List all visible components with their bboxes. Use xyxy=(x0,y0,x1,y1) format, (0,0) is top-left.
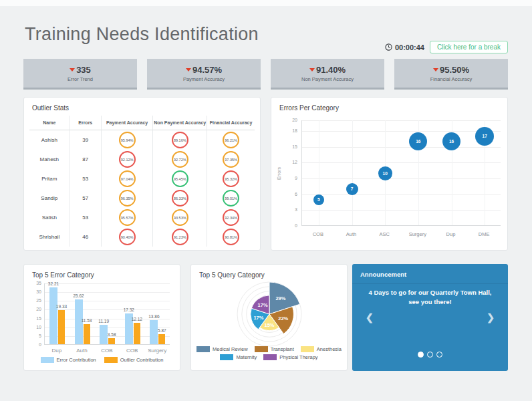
accuracy-ring-warn: 97.35% xyxy=(223,151,239,168)
cell-payment-accuracy: 97.04% xyxy=(102,169,154,188)
cell-payment-accuracy: 92.12% xyxy=(102,150,154,169)
carousel-prev-icon[interactable]: ❮ xyxy=(366,312,374,323)
bar-value-label: 13.86 xyxy=(142,314,166,319)
legend-item: Physical Therapy xyxy=(263,354,317,360)
table-row: Pritam5397.04%95.45%95.32% xyxy=(29,169,255,188)
kpi-label: Non Payment Accuracy xyxy=(301,76,354,82)
top-strip xyxy=(0,0,532,6)
announcement-title: Announcement xyxy=(352,264,508,284)
gridline xyxy=(302,178,501,179)
accuracy-ring-warn: 93.53% xyxy=(172,209,188,226)
kpi-value: 91.40% xyxy=(309,65,346,75)
gridline xyxy=(302,147,501,148)
bar-plot-area: 32.2119.3325.6211.5311.193.5817.3212.121… xyxy=(44,283,170,345)
bar-error[interactable] xyxy=(49,287,57,344)
y-tick-label: 15 xyxy=(28,316,41,321)
cell-errors: 39 xyxy=(70,130,102,150)
polar-chart-legend: Medical ReviewTransplantAnesthesiaMatern… xyxy=(191,346,347,360)
kpi-card-non-payment-accuracy: 91.40%Non Payment Accuracy xyxy=(271,59,384,90)
kpi-label: Payment Accuracy xyxy=(183,76,225,82)
accuracy-ring-good: 99.01% xyxy=(223,190,239,207)
cell-financial-accuracy: 99.01% xyxy=(207,188,255,208)
y-tick-label: 0 xyxy=(28,342,41,347)
legend-swatch xyxy=(196,346,210,352)
bar-value-label: 17.32 xyxy=(117,307,141,312)
legend-label: Physical Therapy xyxy=(279,354,317,360)
cell-name: Sandip xyxy=(29,188,70,208)
carousel-dot-1[interactable] xyxy=(418,352,424,358)
carousel-next-icon[interactable]: ❯ xyxy=(487,312,495,323)
kpi-label: Financial Accuracy xyxy=(430,76,473,82)
accuracy-ring-bad: 95.32% xyxy=(223,170,239,187)
column-header: Non Payment Accuracy xyxy=(153,116,207,130)
data-point-auth[interactable]: 7 xyxy=(346,183,358,195)
bar-outlier[interactable] xyxy=(158,334,165,344)
data-point-surgery[interactable]: 16 xyxy=(409,132,427,150)
y-tick-label: 5 xyxy=(28,333,41,338)
accuracy-ring-bad: 92.12% xyxy=(119,151,136,168)
cell-financial-accuracy: 95.32% xyxy=(207,169,255,188)
polar-slice-label: 17% xyxy=(253,315,263,321)
legend-swatch xyxy=(220,354,233,360)
bar-value-label: 25.62 xyxy=(67,293,91,298)
carousel-dots xyxy=(352,352,508,358)
bar-outlier[interactable] xyxy=(58,310,65,344)
break-button[interactable]: Click here for a break xyxy=(430,41,508,53)
data-point-cob[interactable]: 5 xyxy=(313,194,324,205)
header-actions: 00:00:44 Click here for a break xyxy=(385,41,508,53)
accuracy-ring-warn: 97.04% xyxy=(119,170,136,187)
cell-errors: 87 xyxy=(70,150,102,169)
carousel-dot-3[interactable] xyxy=(436,352,442,358)
gridline xyxy=(352,120,353,225)
errors-per-category-panel: Errors Per Category Errors 5710161617 20… xyxy=(271,97,508,251)
cell-non-payment-accuracy: 86.33% xyxy=(153,188,207,208)
announcement-message: 4 Days to go for our Quarterly Town Hall… xyxy=(365,288,496,307)
data-point-dme[interactable]: 17 xyxy=(475,127,494,146)
carousel-dot-2[interactable] xyxy=(427,352,433,358)
accuracy-ring-bad: 91.23% xyxy=(172,229,188,245)
cell-payment-accuracy: 95.57% xyxy=(102,208,154,227)
polar-slice-label: 15% xyxy=(264,322,274,328)
legend-item: Error Contribution xyxy=(41,357,96,363)
bar-group-dup: 32.2119.33 xyxy=(45,283,70,344)
cell-non-payment-accuracy: 93.53% xyxy=(153,208,207,227)
outlier-stats-panel: Outlier Stats NameErrorsPayment Accuracy… xyxy=(23,97,261,251)
accuracy-ring-warn: 95.94% xyxy=(119,132,136,148)
bar-outlier[interactable] xyxy=(84,324,90,344)
legend-label: Medical Review xyxy=(213,346,248,352)
kpi-number: 94.57% xyxy=(192,65,222,75)
cell-payment-accuracy: 95.94% xyxy=(102,130,154,150)
cell-name: Satish xyxy=(29,208,70,227)
scatter-plot-area: 5710161617 xyxy=(301,120,501,226)
accuracy-ring-good: 95.45% xyxy=(172,170,188,187)
gridline xyxy=(302,210,501,211)
y-tick-label: 10 xyxy=(28,325,41,329)
bar-outlier[interactable] xyxy=(134,323,140,344)
trend-down-icon xyxy=(70,68,75,72)
column-header: Payment Accuracy xyxy=(102,116,154,130)
column-header: Name xyxy=(29,116,70,130)
dashboard: Training Needs Identification 00:00:44 C… xyxy=(0,0,532,401)
trend-down-icon xyxy=(433,68,438,72)
cell-non-payment-accuracy: 91.23% xyxy=(153,227,207,247)
x-tick-label: Auth xyxy=(70,348,95,354)
session-timer: 00:00:44 xyxy=(385,43,424,51)
data-point-asc[interactable]: 10 xyxy=(378,166,392,180)
accuracy-ring-warn: 92.72% xyxy=(172,151,188,168)
legend-item: Outlier Contribution xyxy=(104,357,164,363)
cell-non-payment-accuracy: 89.16% xyxy=(153,130,207,150)
table-body: Ashish3995.94%89.16%96.21%Mahesh8792.12%… xyxy=(29,130,255,247)
kpi-card-financial-accuracy: 95.50%Financial Accuracy xyxy=(394,59,508,90)
polar-slice-label: 22% xyxy=(278,315,288,321)
table-row: Ashish3995.94%89.16%96.21% xyxy=(29,130,255,150)
polar-area-svg: 29%22%15%17%17% xyxy=(219,281,319,348)
kpi-card-error-trend: 335Error Trend xyxy=(23,59,137,90)
x-tick-label: DME xyxy=(467,231,501,237)
bar-outlier[interactable] xyxy=(108,338,115,344)
table-row: Shrishail4690.40%91.23%90.81% xyxy=(29,227,255,247)
data-point-dup[interactable]: 16 xyxy=(442,132,460,150)
gridline xyxy=(302,162,501,163)
accuracy-ring-bad: 89.16% xyxy=(172,132,188,148)
legend-label: Maternity xyxy=(236,354,257,360)
cell-financial-accuracy: 96.21% xyxy=(207,130,255,150)
